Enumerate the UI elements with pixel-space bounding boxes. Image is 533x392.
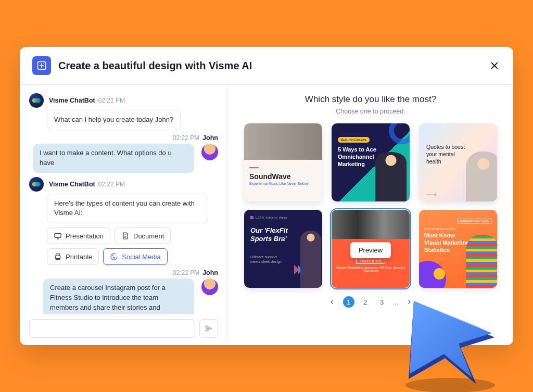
chat-message-user: 02:22 PM John I want to make a content. … — [29, 134, 218, 173]
send-button[interactable] — [199, 319, 218, 338]
chat-message-user: 02:22 PM John Create a carousel Instagra… — [29, 269, 218, 314]
svg-point-4 — [405, 378, 495, 392]
card-micro: INSTAGRAM POST — [424, 227, 492, 231]
user-avatar — [201, 144, 218, 160]
chip-printable[interactable]: Printable — [47, 248, 99, 265]
document-icon — [121, 232, 130, 240]
chip-document[interactable]: Document — [115, 227, 171, 244]
sender-name: John — [202, 269, 218, 276]
sender-name: Visme ChatBot — [49, 181, 95, 188]
pager-page-2[interactable]: 2 — [360, 296, 371, 308]
style-card-soundwave[interactable]: — — SoundWave Experience Music Like Neve… — [244, 123, 322, 201]
card-headline: Must Know Visual Marketing Statistics — [424, 232, 472, 254]
timestamp: 02:21 PM — [98, 97, 125, 104]
card-tagline: Experience Music Like Never Before! — [249, 182, 317, 185]
bot-avatar — [29, 93, 44, 108]
chip-label: Presentation — [66, 232, 104, 240]
chip-label: Printable — [66, 253, 92, 261]
card-micro: LEFX Athletic Wear — [250, 216, 316, 219]
style-panel: Which style do you like the most? Choose… — [228, 85, 513, 345]
ai-design-modal: Create a beautiful design with Visme AI … — [20, 47, 513, 345]
svg-rect-3 — [55, 256, 60, 258]
bot-avatar — [29, 177, 44, 192]
presentation-icon — [54, 232, 62, 240]
card-featuring: FEATURING — [356, 259, 385, 264]
card-headline: Our 'FlexFit Sports Bra' — [250, 226, 297, 243]
style-card-flexfit[interactable]: LEFX Athletic Wear Our 'FlexFit Sports B… — [244, 210, 322, 288]
send-icon — [205, 324, 213, 333]
pagination: 1 2 3 ... — [243, 296, 499, 308]
pager-page-1[interactable]: 1 — [343, 296, 354, 308]
message-bubble: What can I help you create today John? — [47, 110, 181, 130]
chat-input-bar — [20, 314, 227, 345]
pager-page-3[interactable]: 3 — [376, 296, 388, 308]
style-card-marketing-coach[interactable]: MARKETINGCOACH INSTAGRAM POST Must Know … — [419, 210, 497, 288]
svg-point-1 — [43, 63, 44, 64]
card-sub: Ultimate support meets sleek design — [250, 255, 287, 264]
pager-ellipsis: ... — [393, 298, 399, 306]
chat-message-bot: Visme ChatBot 02:22 PM Here's the types … — [29, 177, 218, 265]
style-card-omnichannel[interactable]: Autumn Leaves 5 Ways to Ace Omnichannel … — [332, 123, 410, 201]
message-bubble: I want to make a content. What options d… — [33, 144, 194, 173]
chat-message-bot: Visme ChatBot 02:21 PM What can I help y… — [29, 93, 218, 130]
pager-prev[interactable] — [326, 296, 338, 308]
chip-label: Social Media — [122, 253, 160, 261]
svg-rect-2 — [55, 234, 61, 238]
card-pill: Autumn Leaves — [338, 137, 370, 143]
timestamp: 02:22 PM — [173, 134, 199, 142]
sender-name: John — [202, 134, 218, 142]
chip-presentation[interactable]: Presentation — [47, 227, 110, 244]
chat-input[interactable] — [29, 319, 195, 338]
card-badge: MARKETINGCOACH — [457, 219, 492, 224]
timestamp: 02:22 PM — [98, 181, 125, 188]
modal-title: Create a beautiful design with Visme AI — [58, 60, 488, 72]
chevron-left-icon — [329, 299, 335, 305]
style-card-fitfusion[interactable]: FITFUSION STA RT GYM! FEATURING Olympic … — [332, 210, 410, 288]
visme-ai-logo — [32, 56, 51, 75]
card-headline: 5 Ways to Ace Omnichannel Marketing — [338, 146, 378, 168]
chat-scroll[interactable]: Visme ChatBot 02:21 PM What can I help y… — [20, 85, 227, 314]
chip-label: Document — [133, 232, 164, 240]
card-brand: SoundWave — [249, 172, 317, 181]
message-bubble: Create a carousel Instagram post for a F… — [43, 279, 194, 314]
preview-tooltip: Preview — [350, 242, 391, 258]
sender-name: Visme ChatBot — [49, 97, 95, 104]
chip-social-media[interactable]: Social Media — [103, 248, 167, 265]
style-subtitle: Choose one to proceed: — [243, 108, 499, 115]
timestamp: 02:22 PM — [173, 269, 199, 276]
chevron-right-icon — [406, 299, 412, 305]
card-sub: Olympic Weightlifting Equipment, HIIT Zo… — [335, 266, 407, 272]
style-grid: — — SoundWave Experience Music Like Neve… — [243, 123, 499, 288]
message-bubble: Here's the types of content you can crea… — [47, 194, 208, 224]
pager-next[interactable] — [403, 296, 415, 308]
social-icon — [110, 252, 118, 261]
style-title: Which style do you like the most? — [243, 94, 499, 105]
close-button[interactable] — [488, 59, 501, 72]
content-type-chips: Presentation Document Printable Soc — [47, 227, 218, 265]
card-headline: Quotes to boost your mental health — [426, 143, 469, 166]
user-avatar — [201, 279, 218, 295]
modal-body: Visme ChatBot 02:21 PM What can I help y… — [20, 85, 513, 345]
modal-header: Create a beautiful design with Visme AI — [20, 47, 513, 85]
chat-panel: Visme ChatBot 02:21 PM What can I help y… — [20, 85, 228, 345]
style-card-mental-health[interactable]: Quotes to boost your mental health — [419, 123, 497, 201]
printable-icon — [54, 252, 62, 261]
